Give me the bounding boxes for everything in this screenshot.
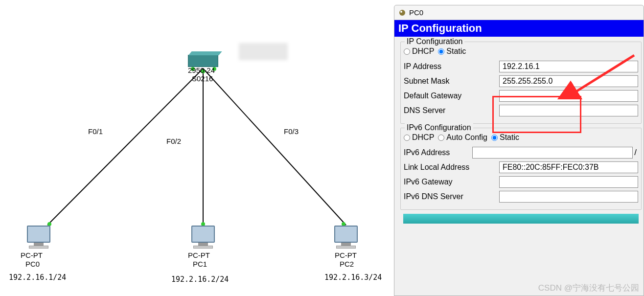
switch-model-label: 2950-24 xyxy=(188,66,215,74)
pc0-type-label: PC-PT xyxy=(21,251,43,259)
ip-address-label: IP Address xyxy=(404,62,499,71)
default-gateway-field[interactable] xyxy=(499,90,638,102)
pc2-name-label: PC2 xyxy=(340,260,354,268)
dhcp-radio[interactable]: DHCP xyxy=(404,47,434,56)
ipv6-gateway-label: IPv6 Gateway xyxy=(404,178,499,186)
static-radio[interactable]: Static xyxy=(438,47,466,56)
svg-point-4 xyxy=(400,11,402,13)
subnet-mask-label: Subnet Mask xyxy=(404,77,499,86)
ipv6-dns-label: IPv6 DNS Server xyxy=(404,192,499,201)
pc0-name-label: PC0 xyxy=(25,260,40,268)
panel-header: IP Configuration xyxy=(394,20,644,37)
ipv6-prefix-slash: / xyxy=(634,148,637,158)
svg-point-3 xyxy=(399,10,405,16)
switch-name-label: S0216 xyxy=(192,74,213,83)
dhcp-radio-label: DHCP xyxy=(412,47,434,56)
dns-server-label: DNS Server xyxy=(404,106,499,115)
ipv6-dhcp-radio[interactable]: DHCP xyxy=(404,133,434,142)
window-title: PC0 xyxy=(409,8,423,17)
window-titlebar[interactable]: PC0 xyxy=(394,5,644,20)
progress-bar xyxy=(403,214,639,224)
ipv6-gateway-field[interactable] xyxy=(499,176,638,188)
blurred-text xyxy=(239,43,288,60)
port-label-f03: F0/3 xyxy=(284,127,299,136)
ipv4-group-title: IP Configuration xyxy=(405,37,464,46)
pc2-ip-label: 192.2.16.3/24 xyxy=(324,273,382,282)
pc0-ip-label: 192.2.16.1/24 xyxy=(9,273,66,282)
ipv6-static-label: Static xyxy=(500,133,519,142)
link-local-field[interactable] xyxy=(499,161,638,173)
link-local-label: Link Local Address xyxy=(404,163,499,172)
default-gateway-label: Default Gateway xyxy=(404,91,499,100)
ip-address-field[interactable] xyxy=(499,61,638,72)
ipv6-group: IPv6 Configuration DHCP Auto Config Stat… xyxy=(400,128,642,210)
ipv6-auto-label: Auto Config xyxy=(446,133,487,142)
ipv6-dhcp-label: DHCP xyxy=(412,133,434,142)
ipv6-static-radio[interactable]: Static xyxy=(491,133,519,142)
dns-server-field[interactable] xyxy=(499,105,638,116)
pc2-icon[interactable] xyxy=(334,226,358,249)
pc0-icon[interactable] xyxy=(27,226,50,249)
ipv6-auto-radio[interactable]: Auto Config xyxy=(438,133,487,142)
ipv6-address-field[interactable] xyxy=(472,147,633,159)
ipv6-dns-field[interactable] xyxy=(499,191,638,203)
svg-line-2 xyxy=(203,68,346,225)
ipv6-address-label: IPv6 Address xyxy=(404,148,472,157)
pc1-icon[interactable] xyxy=(191,226,215,249)
ipv6-group-title: IPv6 Configuration xyxy=(405,123,473,132)
subnet-mask-field[interactable] xyxy=(499,75,638,87)
ip-config-window: PC0 IP Configuration IP Configuration DH… xyxy=(394,5,644,296)
pc1-ip-label: 192.2.16.2/24 xyxy=(171,275,229,284)
app-icon xyxy=(398,9,406,17)
static-radio-label: Static xyxy=(446,47,466,56)
port-label-f02: F0/2 xyxy=(166,137,181,145)
network-topology: 2950-24 S0216 F0/1 F0/2 F0/3 PC-PT PC0 1… xyxy=(0,0,394,296)
port-label-f01: F0/1 xyxy=(88,127,103,136)
svg-line-0 xyxy=(47,68,203,225)
pc2-type-label: PC-PT xyxy=(335,251,357,259)
pc1-type-label: PC-PT xyxy=(188,251,210,259)
ipv4-group: IP Configuration DHCP Static IP Address … xyxy=(400,42,642,124)
pc1-name-label: PC1 xyxy=(193,260,207,268)
